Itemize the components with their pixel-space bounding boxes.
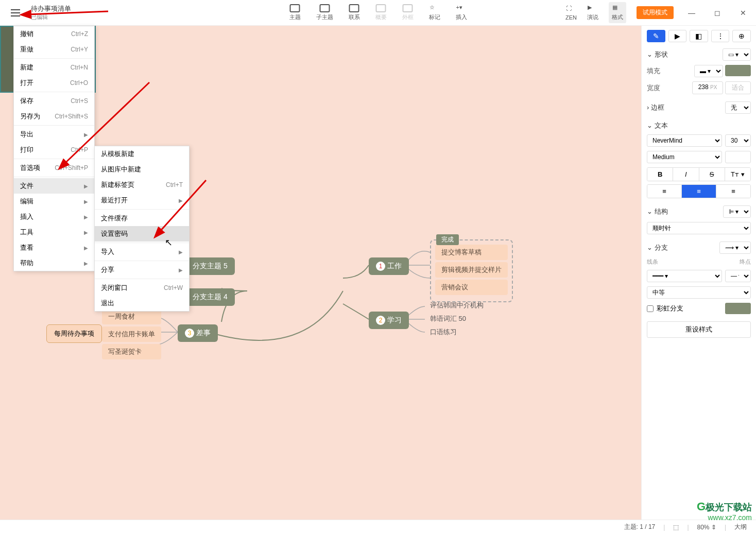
svg-line-0 — [28, 11, 108, 14]
cursor-icon: ↖ — [165, 237, 173, 248]
watermark: G极光下载站 www.xz7.com — [697, 500, 752, 522]
svg-line-2 — [160, 180, 206, 232]
svg-line-1 — [64, 82, 149, 164]
